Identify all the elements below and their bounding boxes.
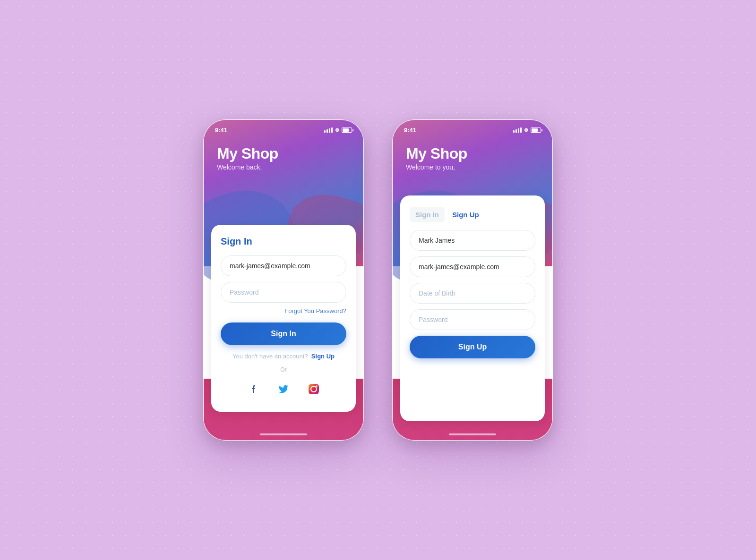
signin-card-title: Sign In xyxy=(221,236,346,247)
home-indicator-2 xyxy=(449,433,496,435)
app-title-1: My Shop xyxy=(217,145,350,162)
status-time-1: 9:41 xyxy=(215,127,227,134)
tab-signup-active[interactable]: Sign Up xyxy=(447,207,485,222)
app-subtitle-1: Welcome back, xyxy=(217,163,350,171)
signin-button[interactable]: Sign In xyxy=(221,322,346,345)
email-input-1[interactable] xyxy=(221,255,346,276)
phones-container: 9:41 ⊛ My Shop Welcome back, Sign In xyxy=(203,119,553,441)
no-account-row: You don't have an account? Sign Up xyxy=(221,353,346,360)
signal-icon-2 xyxy=(513,127,522,133)
signup-card: Sign In Sign Up Sign Up xyxy=(400,195,545,421)
email-input-2[interactable] xyxy=(410,256,535,277)
password-input-2[interactable] xyxy=(410,309,535,330)
app-title-2: My Shop xyxy=(406,145,539,162)
status-bar-1: 9:41 ⊛ xyxy=(204,120,363,136)
app-subtitle-2: Welcome to you, xyxy=(406,163,539,171)
twitter-icon[interactable] xyxy=(274,380,293,399)
status-time-2: 9:41 xyxy=(404,127,416,134)
forgot-password-row: Forgot You Password? xyxy=(221,306,346,315)
status-right-2: ⊛ xyxy=(513,127,541,133)
signup-button[interactable]: Sign Up xyxy=(410,336,535,358)
password-input-1[interactable] xyxy=(221,282,346,303)
or-text: Or xyxy=(280,366,286,373)
instagram-icon[interactable] xyxy=(304,380,323,399)
status-right-1: ⊛ xyxy=(324,127,352,133)
signup-link[interactable]: Sign Up xyxy=(311,353,335,360)
battery-icon-1 xyxy=(342,127,352,133)
phone-signup: 9:41 ⊛ My Shop Welcome to you, xyxy=(392,119,553,441)
tabs-row: Sign In Sign Up xyxy=(410,207,535,222)
no-account-text: You don't have an account? xyxy=(232,353,308,360)
signal-icon-1 xyxy=(324,127,333,133)
home-indicator-1 xyxy=(260,433,307,435)
status-bar-2: 9:41 ⊛ xyxy=(393,120,552,136)
social-icons-row xyxy=(221,380,346,399)
forgot-password-link[interactable]: Forgot You Password? xyxy=(284,307,346,314)
signin-card: Sign In Forgot You Password? Sign In You… xyxy=(211,225,356,412)
wifi-icon-2: ⊛ xyxy=(524,127,528,133)
name-input[interactable] xyxy=(410,230,535,251)
app-title-area-2: My Shop Welcome to you, xyxy=(393,136,552,178)
battery-icon-2 xyxy=(531,127,541,133)
facebook-icon[interactable] xyxy=(244,380,263,399)
or-divider: Or xyxy=(221,366,346,373)
wifi-icon-1: ⊛ xyxy=(335,127,339,133)
app-title-area-1: My Shop Welcome back, xyxy=(204,136,363,178)
dob-input[interactable] xyxy=(410,283,535,304)
phone-signin: 9:41 ⊛ My Shop Welcome back, Sign In xyxy=(203,119,364,441)
tab-signin[interactable]: Sign In xyxy=(410,207,445,222)
